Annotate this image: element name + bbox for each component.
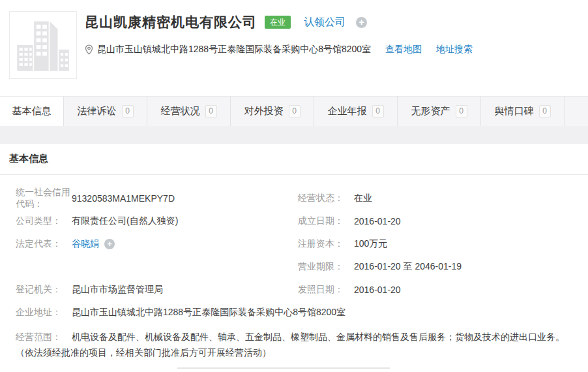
tab-public-opinion[interactable]: 舆情口碑 0: [481, 97, 565, 126]
field-value: 100万元: [354, 238, 387, 250]
tab-bar: 基本信息 法律诉讼 0 经营状况 0 对外投资 0 企业年报 0 无形资产 0 …: [0, 96, 588, 126]
field-label: 经营状态：: [298, 193, 354, 204]
claim-plus-icon[interactable]: +: [356, 17, 367, 28]
tab-label: 舆情口碑: [495, 105, 534, 117]
field-value: 机电设备及配件、机械设备及配件、轴承、五金制品、橡塑制品、金属材料的销售及售后服…: [16, 332, 565, 358]
tab-basic-info[interactable]: 基本信息: [0, 97, 64, 126]
tab-count-badge: 0: [122, 105, 134, 117]
info-field-grid: 统一社会信用代码： 91320583MA1MEKPY7D 经营状态： 在业 公司…: [0, 175, 588, 360]
tab-outbound-investment[interactable]: 对外投资 0: [231, 97, 314, 126]
tab-label: 对外投资: [244, 105, 284, 117]
company-address-row: 昆山市玉山镇城北中路1288号正泰隆国际装备采购中心8号馆8200室 查看地图 …: [85, 44, 581, 55]
status-badge: 在业: [265, 16, 291, 29]
field-label: 公司类型：: [16, 215, 72, 227]
legal-representative-plus-icon[interactable]: +: [104, 239, 115, 249]
company-header: 昆山凯康精密机电有限公司 在业 认领公司 + 昆山市玉山镇城北中路1288号正泰…: [0, 0, 588, 96]
field-value: 91320583MA1MEKPY7D: [72, 193, 175, 204]
field-label: 营业期限：: [298, 261, 354, 273]
field-business-status: 经营状态： 在业: [298, 193, 579, 204]
tab-legal-litigation[interactable]: 法律诉讼 0: [64, 97, 147, 126]
field-row: 法定代表： 谷晓娟 + 注册资本： 100万元: [16, 232, 579, 255]
company-logo: [9, 11, 77, 79]
company-profile-page: 昆山凯康精密机电有限公司 在业 认领公司 + 昆山市玉山镇城北中路1288号正泰…: [0, 0, 588, 372]
tab-intangible-assets[interactable]: 无形资产 0: [398, 97, 481, 126]
tab-count-badge: 0: [289, 105, 301, 117]
field-value: 2016-01-20 至 2046-01-19: [354, 261, 462, 273]
company-name-row: 昆山凯康精密机电有限公司 在业 认领公司 +: [85, 12, 581, 33]
field-value: 2016-01-20: [354, 216, 401, 226]
field-row: 登记机关： 昆山市市场监督管理局 发照日期： 2016-01-20: [16, 278, 579, 301]
field-credit-code: 统一社会信用代码： 91320583MA1MEKPY7D: [16, 187, 298, 210]
claim-company-link[interactable]: 认领公司: [304, 16, 345, 29]
field-company-type: 公司类型： 有限责任公司(自然人独资): [16, 215, 298, 227]
field-legal-representative: 法定代表： 谷晓娟 +: [16, 238, 298, 250]
field-row: 公司类型： 有限责任公司(自然人独资) 成立日期： 2016-01-20: [16, 209, 579, 232]
field-company-address: 企业地址： 昆山市玉山镇城北中路1288号正泰隆国际装备采购中心8号馆8200室: [16, 307, 345, 318]
legal-representative-link[interactable]: 谷晓娟: [72, 238, 99, 250]
tab-annual-report[interactable]: 企业年报 0: [314, 97, 398, 126]
field-registration-authority: 登记机关： 昆山市市场监督管理局: [16, 284, 298, 296]
field-value: 在业: [354, 193, 372, 204]
tab-count-badge: 0: [205, 105, 217, 117]
tab-count-badge: 0: [539, 105, 551, 117]
tab-count-badge: 0: [372, 105, 384, 117]
field-business-term: 营业期限： 2016-01-20 至 2046-01-19: [298, 261, 579, 273]
tab-label: 法律诉讼: [78, 105, 117, 117]
field-value: 有限责任公司(自然人独资): [72, 215, 178, 227]
field-row: 统一社会信用代码： 91320583MA1MEKPY7D 经营状态： 在业: [16, 187, 579, 209]
field-value: 昆山市玉山镇城北中路1288号正泰隆国际装备采购中心8号馆8200室: [72, 307, 345, 318]
field-label: 统一社会信用代码：: [16, 187, 72, 210]
field-row: 营业期限： 2016-01-20 至 2046-01-19: [16, 255, 579, 278]
field-label: 登记机关：: [16, 284, 72, 296]
address-search-link[interactable]: 地址搜索: [436, 44, 473, 55]
field-business-scope: 经营范围：机电设备及配件、机械设备及配件、轴承、五金制品、橡塑制品、金属材料的销…: [16, 329, 579, 360]
tab-count-badge: 0: [456, 105, 467, 117]
basic-info-section: 基本信息 统一社会信用代码： 91320583MA1MEKPY7D 经营状态： …: [0, 144, 588, 360]
field-value: 2016-01-20: [354, 285, 401, 295]
field-license-issue-date: 发照日期： 2016-01-20: [298, 284, 579, 296]
field-establish-date: 成立日期： 2016-01-20: [298, 215, 579, 227]
field-label: 经营范围：: [16, 329, 72, 345]
field-label: 企业地址：: [16, 307, 72, 318]
field-label: 法定代表：: [16, 238, 72, 250]
section-gap: [0, 126, 588, 144]
field-value: 昆山市市场监督管理局: [72, 284, 163, 296]
tab-label: 基本信息: [12, 105, 51, 117]
company-name: 昆山凯康精密机电有限公司: [85, 13, 257, 31]
building-icon: [14, 16, 72, 74]
tab-label: 经营状况: [161, 105, 200, 117]
field-row: 企业地址： 昆山市玉山镇城北中路1288号正泰隆国际装备采购中心8号馆8200室: [16, 301, 579, 324]
tab-business-status[interactable]: 经营状况 0: [147, 97, 231, 126]
field-registered-capital: 注册资本： 100万元: [298, 238, 579, 250]
view-map-link[interactable]: 查看地图: [385, 44, 422, 55]
section-title: 基本信息: [0, 144, 588, 165]
location-pin-icon: [85, 44, 93, 55]
next-section-edge: [177, 367, 390, 369]
field-label: 注册资本：: [298, 238, 354, 250]
field-label: 发照日期：: [298, 284, 354, 296]
tab-label: 无形资产: [411, 105, 450, 117]
field-label: 成立日期：: [298, 215, 354, 227]
tab-label: 企业年报: [328, 105, 367, 117]
company-address-text: 昆山市玉山镇城北中路1288号正泰隆国际装备采购中心8号馆8200室: [97, 44, 371, 55]
